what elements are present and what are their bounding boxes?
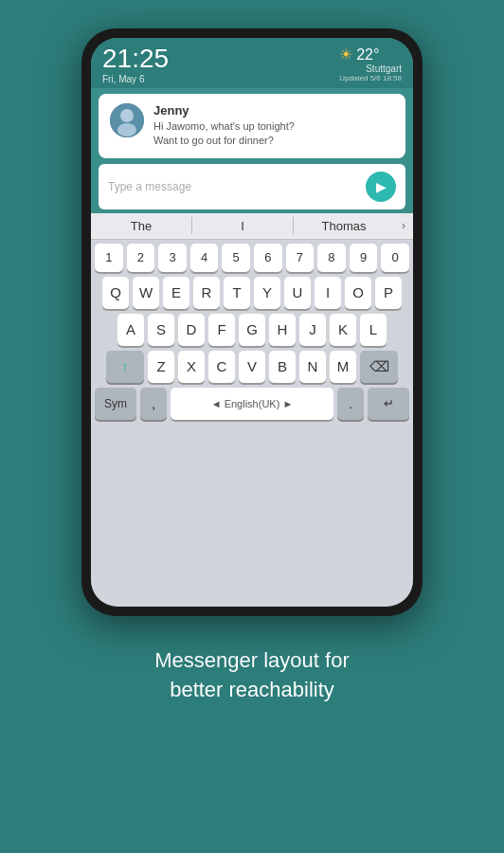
- suggestion-thomas[interactable]: Thomas: [294, 217, 394, 235]
- comma-key[interactable]: ,: [140, 388, 167, 420]
- phone-device: 21:25 Fri, May 6 ☀ 22° Stuttgart Updated…: [81, 28, 423, 616]
- notification-content: Jenny Hi Jawomo, what's up tonight? Want…: [153, 103, 295, 149]
- send-icon: ▶: [376, 179, 387, 194]
- key-e[interactable]: E: [163, 277, 189, 309]
- sun-icon: ☀: [339, 45, 352, 64]
- suggestions-arrow[interactable]: ›: [394, 219, 413, 232]
- key-6[interactable]: 6: [254, 244, 282, 272]
- number-row: 1 2 3 4 5 6 7 8 9 0: [95, 244, 409, 272]
- enter-icon: ↵: [384, 396, 394, 410]
- key-l[interactable]: L: [360, 314, 387, 346]
- zxcv-row: ↑ Z X C V B N M ⌫: [95, 351, 409, 383]
- delete-key[interactable]: ⌫: [360, 351, 398, 383]
- notification-sender: Jenny: [153, 103, 295, 118]
- message-input-area[interactable]: Type a message ▶: [99, 164, 405, 209]
- shift-key[interactable]: ↑: [106, 351, 144, 383]
- svg-point-1: [120, 109, 134, 122]
- space-label: ◄ English(UK) ►: [211, 398, 294, 409]
- weather-temp: 22°: [356, 46, 379, 64]
- key-u[interactable]: U: [284, 277, 311, 309]
- qwerty-row: Q W E R T Y U I O P: [95, 277, 409, 309]
- key-x[interactable]: X: [178, 351, 205, 383]
- send-button[interactable]: ▶: [366, 172, 396, 202]
- suggestions-bar: The I Thomas ›: [91, 213, 413, 240]
- status-time: 21:25: [102, 45, 169, 72]
- weather-updated: Updated 5/6 18:58: [339, 74, 402, 82]
- period-label: .: [349, 395, 352, 411]
- bottom-row: Sym , ◄ English(UK) ► . ↵: [95, 388, 409, 420]
- key-c[interactable]: C: [208, 351, 235, 383]
- comma-label: ,: [152, 395, 155, 411]
- notification-card: Jenny Hi Jawomo, what's up tonight? Want…: [99, 94, 405, 158]
- notification-line2: Want to go out for dinner?: [153, 134, 295, 148]
- enter-key[interactable]: ↵: [368, 388, 409, 420]
- period-key[interactable]: .: [337, 388, 364, 420]
- key-n[interactable]: N: [299, 351, 326, 383]
- key-p[interactable]: P: [375, 277, 402, 309]
- key-t[interactable]: T: [224, 277, 250, 309]
- svg-point-2: [117, 123, 136, 136]
- key-m[interactable]: M: [330, 351, 356, 383]
- key-4[interactable]: 4: [190, 244, 219, 272]
- message-placeholder: Type a message: [108, 180, 191, 193]
- status-left: 21:25 Fri, May 6: [102, 45, 169, 84]
- key-v[interactable]: V: [239, 351, 265, 383]
- tagline-line1: Messenger layout for: [154, 648, 349, 672]
- key-k[interactable]: K: [330, 314, 356, 346]
- key-9[interactable]: 9: [350, 244, 378, 272]
- key-a[interactable]: A: [117, 314, 144, 346]
- tagline: Messenger layout for better reachability: [117, 646, 387, 705]
- key-8[interactable]: 8: [317, 244, 346, 272]
- key-7[interactable]: 7: [286, 244, 315, 272]
- delete-icon: ⌫: [369, 358, 389, 375]
- key-h[interactable]: H: [269, 314, 296, 346]
- key-b[interactable]: B: [269, 351, 296, 383]
- avatar: [110, 103, 144, 137]
- key-y[interactable]: Y: [254, 277, 280, 309]
- space-key[interactable]: ◄ English(UK) ►: [171, 388, 333, 420]
- key-w[interactable]: W: [133, 277, 159, 309]
- key-f[interactable]: F: [208, 314, 235, 346]
- key-z[interactable]: Z: [148, 351, 174, 383]
- key-1[interactable]: 1: [95, 244, 123, 272]
- sym-key[interactable]: Sym: [95, 388, 136, 420]
- asdf-row: A S D F G H J K L: [95, 314, 409, 346]
- key-0[interactable]: 0: [381, 244, 409, 272]
- key-s[interactable]: S: [148, 314, 174, 346]
- sym-label: Sym: [104, 397, 127, 410]
- tagline-line2: better reachability: [170, 678, 334, 701]
- key-r[interactable]: R: [193, 277, 220, 309]
- shift-icon: ↑: [121, 358, 129, 374]
- notification-line1: Hi Jawomo, what's up tonight?: [153, 119, 295, 134]
- key-3[interactable]: 3: [158, 244, 187, 272]
- key-g[interactable]: G: [239, 314, 265, 346]
- status-weather: ☀ 22° Stuttgart Updated 5/6 18:58: [339, 45, 402, 82]
- key-i[interactable]: I: [315, 277, 341, 309]
- keyboard-area: The I Thomas › 1 2 3 4 5 6 7 8: [91, 213, 413, 607]
- key-j[interactable]: J: [299, 314, 326, 346]
- status-day: Fri, May 6: [102, 74, 169, 84]
- key-q[interactable]: Q: [102, 277, 129, 309]
- weather-city: Stuttgart: [339, 64, 402, 74]
- status-bar: 21:25 Fri, May 6 ☀ 22° Stuttgart Updated…: [91, 38, 413, 88]
- key-5[interactable]: 5: [222, 244, 250, 272]
- phone-screen: 21:25 Fri, May 6 ☀ 22° Stuttgart Updated…: [91, 38, 413, 607]
- suggestion-i[interactable]: I: [192, 217, 293, 235]
- suggestion-the[interactable]: The: [91, 217, 191, 235]
- key-o[interactable]: O: [345, 277, 371, 309]
- key-2[interactable]: 2: [127, 244, 155, 272]
- keyboard: 1 2 3 4 5 6 7 8 9 0 Q W E R T: [91, 240, 413, 607]
- key-d[interactable]: D: [178, 314, 205, 346]
